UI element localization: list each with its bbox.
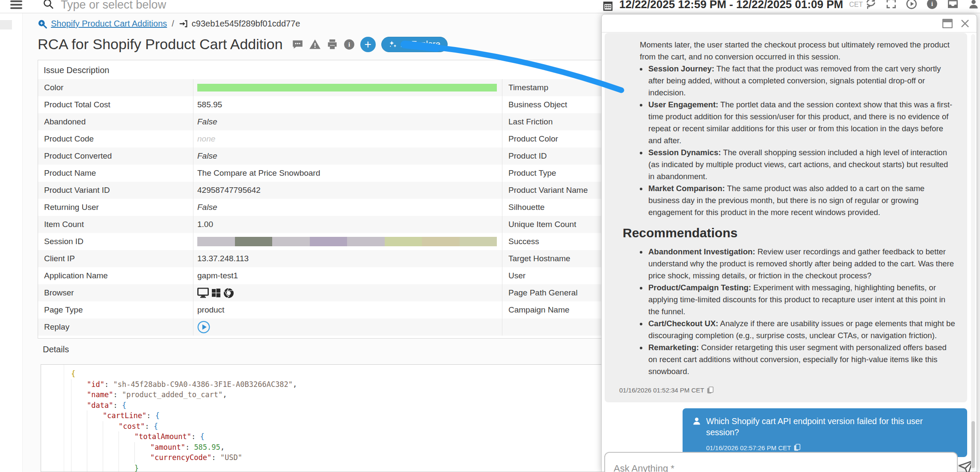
indent-guide [119,452,134,463]
row-value [193,284,502,301]
warning-icon[interactable] [309,38,321,50]
row-label: Abandoned [38,113,193,130]
play-circle-icon[interactable] [906,0,917,9]
bullet-item: Abandonment Investigation: Review user r… [647,246,956,282]
indent-guide [71,410,87,421]
user-icon [692,416,701,426]
print-icon[interactable] [327,38,338,50]
row-value-text: The Compare at Price Snowboard [197,168,320,178]
recommendations-heading: Recommendations [623,227,956,239]
inbox-icon[interactable] [947,0,959,10]
indent-guide [71,452,87,463]
sign-in-icon [179,19,188,28]
color-bar [197,84,497,91]
row-label: Application Name [38,267,193,284]
ai-intro-text: Moments later, the user started the chec… [640,39,956,63]
user-question-timestamp: 01/16/2026 02:57:26 PM CET [706,444,791,451]
ask-anything-placeholder: Ask Anything * [605,453,957,472]
ai-message-timestamp: 01/16/2026 01:52:34 PM CET [619,384,704,396]
breadcrumb-separator: / [171,19,175,29]
breadcrumb-link[interactable]: Shopify Product Cart Additions [51,19,167,29]
row-label: Product Total Cost [38,96,193,113]
row-value: False [193,148,502,165]
info-icon[interactable]: i [927,0,938,9]
row-value: 13.37.248.113 [193,250,502,267]
row-value: The Compare at Price Snowboard [193,165,502,182]
row-value-text: product [197,305,224,315]
ai-explore-button[interactable]: AI Explore [381,37,448,52]
row-label: Color [38,79,193,96]
global-search-input[interactable]: Type or select below [61,0,166,11]
analysis-bullet-list: Session Journey: The fact that the produ… [618,63,956,218]
indent-guide [87,463,103,472]
indent-guide [103,421,119,432]
bullet-item: Remarketing: Consider retargeting this u… [647,342,956,378]
row-label: Page Type [38,301,193,319]
bullet-item: Product/Campaign Testing: Experiment wit… [647,282,956,318]
svg-text:i: i [931,0,933,7]
row-value: gapm-test1 [193,267,502,284]
bullet-item: Cart/Checkout UX: Analyze if there are u… [647,318,956,342]
row-label: Client IP [38,250,193,267]
replay-play-button[interactable] [197,321,210,333]
breadcrumb-current: c93eb1e545f289bf01cdd77e [192,19,300,29]
page-title: RCA for Shopify Product Cart Addition [38,36,283,53]
desktop-icon [197,288,209,298]
indent-guide [87,442,103,453]
row-label: Item Count [38,216,193,233]
date-range-picker[interactable]: 12/22/2025 12:59 PM - 12/22/2025 01:09 P… [603,0,863,11]
ask-anything-input[interactable]: Ask Anything * [604,452,958,472]
row-value: 585.95 [193,96,502,113]
add-button[interactable]: + [360,37,376,52]
row-value-text: 1.00 [197,220,213,229]
windows-icon [211,288,221,298]
row-label: Product Converted [38,148,193,165]
row-label: Product Variant ID [38,182,193,199]
ai-message: Moments later, the user started the chec… [605,33,967,402]
row-label: Replay [38,319,193,336]
ai-explore-panel: Moments later, the user started the chec… [601,14,977,472]
indent-guide [71,379,87,390]
window-icon[interactable] [942,19,953,28]
indent-guide [119,431,134,442]
indent-guide [103,442,119,453]
indent-guide [134,452,150,463]
sidebar-selected-tile[interactable] [0,20,12,30]
user-question-text: Which Shopify cart API endpoint version … [706,416,958,438]
row-value-text: 42958747795642 [197,186,261,195]
copy-icon[interactable] [707,386,714,394]
comment-icon[interactable] [292,38,303,50]
indent-guide [87,421,103,432]
row-value: False [193,199,502,216]
search-icon[interactable] [43,0,54,9]
row-value [193,233,502,250]
bullet-item: Session Journey: The fact that the produ… [647,63,956,99]
breadcrumb: Shopify Product Cart Additions / c93eb1e… [38,19,300,29]
row-value [193,319,502,336]
chrome-icon [223,288,234,298]
row-value-text: False [197,117,217,127]
user-icon[interactable] [968,0,979,9]
row-label: Session ID [38,233,193,250]
expand-icon[interactable] [886,0,897,9]
indent-guide [134,442,150,453]
info-circle-icon[interactable]: i [344,39,355,50]
panel-scrollbar[interactable] [971,34,975,471]
indent-guide [103,431,119,442]
indent-guide [103,463,119,472]
ai-panel-header [602,15,977,32]
calendar-icon [603,0,613,11]
row-label: Browser [38,284,193,301]
indent-guide [87,452,103,463]
row-value-text: gapm-test1 [197,271,238,280]
close-icon[interactable] [960,19,970,28]
indent-guide [87,431,103,442]
panel-scrollbar-thumb[interactable] [971,421,975,468]
copy-icon[interactable] [794,444,801,451]
session-id-bar[interactable] [197,237,497,246]
indent-guide [71,389,87,400]
hamburger-icon[interactable] [10,0,22,11]
timezone-label: CET [849,1,863,9]
refresh-icon[interactable] [865,0,876,9]
row-label: Returning User [38,199,193,216]
